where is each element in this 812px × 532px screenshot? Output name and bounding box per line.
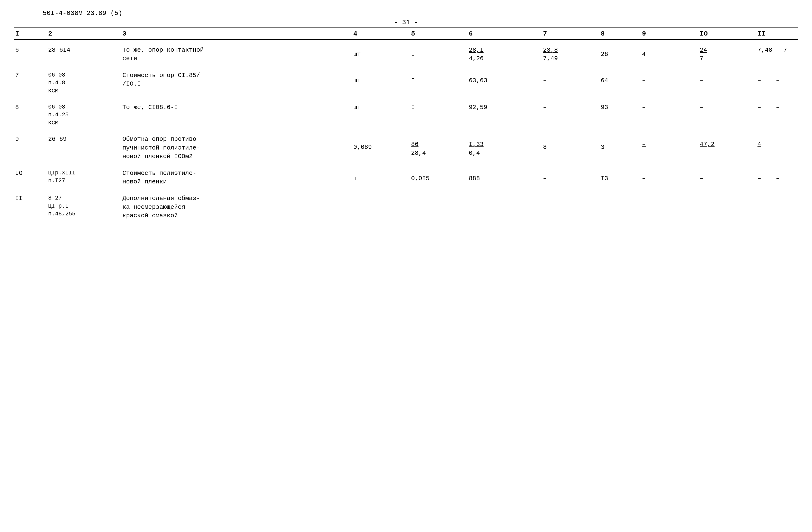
row10-col8: I3 [600, 162, 641, 188]
col-header-7: 7 [542, 28, 600, 40]
col-header-6: 6 [468, 28, 542, 40]
row10-col3: Стоимость полиэтиле-новой пленки [121, 162, 352, 188]
col-header-2: 2 [47, 28, 121, 40]
row7-col2: 06-08п.4.8КСМ [47, 64, 121, 97]
page-number: - 31 - [14, 19, 798, 26]
row11-col5 [410, 188, 468, 221]
row11-col10 [699, 188, 756, 221]
table-row: II 8-27ЦI р.Iп.48,255 Дополнительная обм… [14, 188, 798, 221]
row9-col1: 9 [14, 128, 47, 162]
row7-col7: – [542, 64, 600, 97]
table-row: 6 28-6I4 То же, опор контактнойсети шт I… [14, 40, 798, 64]
table-row: 7 06-08п.4.8КСМ Стоимость опор СI.85//IO… [14, 64, 798, 97]
row6-col10: 24 7 [699, 40, 756, 64]
row8-col3: То же, СI08.6-I [121, 97, 352, 129]
row7-col3: Стоимость опор СI.85//IO.I [121, 64, 352, 97]
row7-col8: 64 [600, 64, 641, 97]
row6-col4: шт [352, 40, 410, 64]
row6-col5: I [410, 40, 468, 64]
row10-col5: 0,OI5 [410, 162, 468, 188]
row6-col3: То же, опор контактнойсети [121, 40, 352, 64]
row10-col2: ЦIр.XIIIп.I27 [47, 162, 121, 188]
row6-col2: 28-6I4 [47, 40, 121, 64]
row9-col3: Обмотка опор противо-пучинистой полиэтил… [121, 128, 352, 162]
row9-col11: 4 – [756, 128, 798, 162]
col-header-3: 3 [121, 28, 352, 40]
row9-col7: 8 [542, 128, 600, 162]
row11-col8 [600, 188, 641, 221]
row10-col4: т [352, 162, 410, 188]
row6-col6: 28,I 4,26 [468, 40, 542, 64]
row8-col7: – [542, 97, 600, 129]
row11-col9 [641, 188, 699, 221]
row7-col4: шт [352, 64, 410, 97]
row7-col11: – – [756, 64, 798, 97]
row11-col1: II [14, 188, 47, 221]
row6-col1: 6 [14, 40, 47, 64]
row6-col7: 23,8 7,49 [542, 40, 600, 64]
row9-col2: 26-69 [47, 128, 121, 162]
row8-col4: шт [352, 97, 410, 129]
row10-col11: – – [756, 162, 798, 188]
row9-col8: 3 [600, 128, 641, 162]
table-row: 9 26-69 Обмотка опор противо-пучинистой … [14, 128, 798, 162]
col-header-9: 9 [641, 28, 699, 40]
row7-col6: 63,63 [468, 64, 542, 97]
row8-col8: 93 [600, 97, 641, 129]
row11-col2: 8-27ЦI р.Iп.48,255 [47, 188, 121, 221]
row6-col9: 4 [641, 40, 699, 64]
row8-col9: – [641, 97, 699, 129]
row11-col3: Дополнительная обмаз-ка несмерзающейсякр… [121, 188, 352, 221]
row9-col9: – – [641, 128, 699, 162]
main-table: I 2 3 4 5 6 7 8 9 IO II 6 28-6I4 То же, … [14, 28, 798, 221]
doc-number: 50I-4-038м 23.89 (5) [43, 10, 798, 17]
col-header-5: 5 [410, 28, 468, 40]
row7-col9: – [641, 64, 699, 97]
row8-col5: I [410, 97, 468, 129]
row10-col10: – [699, 162, 756, 188]
table-row: 8 06-08п.4.25КСМ То же, СI08.6-I шт I 92… [14, 97, 798, 129]
row8-col10: – [699, 97, 756, 129]
row10-col9: – [641, 162, 699, 188]
row11-col4 [352, 188, 410, 221]
row9-col10: 47,2 – [699, 128, 756, 162]
row7-col10: – [699, 64, 756, 97]
row8-col6: 92,59 [468, 97, 542, 129]
row7-col5: I [410, 64, 468, 97]
row9-col6: I,33 0,4 [468, 128, 542, 162]
row9-col4: 0,089 [352, 128, 410, 162]
row8-col2: 06-08п.4.25КСМ [47, 97, 121, 129]
row6-col8: 28 [600, 40, 641, 64]
col-header-8: 8 [600, 28, 641, 40]
row6-col11: 7,48 7 [756, 40, 798, 64]
row11-col7 [542, 188, 600, 221]
table-row: IO ЦIр.XIIIп.I27 Стоимость полиэтиле-нов… [14, 162, 798, 188]
table-header-row: I 2 3 4 5 6 7 8 9 IO II [14, 28, 798, 40]
col-header-10: IO [699, 28, 756, 40]
row8-col1: 8 [14, 97, 47, 129]
row8-col11: – – [756, 97, 798, 129]
page-header: 50I-4-038м 23.89 (5) [14, 10, 798, 17]
col-header-4: 4 [352, 28, 410, 40]
row7-col1: 7 [14, 64, 47, 97]
row10-col1: IO [14, 162, 47, 188]
row9-col5: 86 28,4 [410, 128, 468, 162]
row11-col6 [468, 188, 542, 221]
col-header-11: II [756, 28, 798, 40]
row11-col11 [756, 188, 798, 221]
row10-col7: – [542, 162, 600, 188]
col-header-1: I [14, 28, 47, 40]
row10-col6: 888 [468, 162, 542, 188]
